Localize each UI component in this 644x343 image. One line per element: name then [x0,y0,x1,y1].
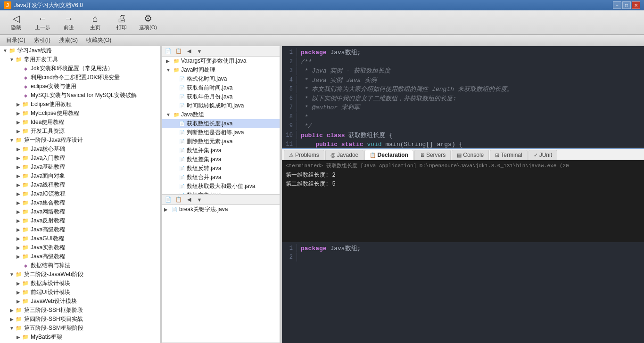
sidebar-item[interactable]: ▶📁Java面向对象 [0,172,160,180]
menu-favorites[interactable]: 收藏夹(O) [82,34,116,46]
maximize-button[interactable]: □ [622,1,631,9]
sidebar-item[interactable]: ▶📁Java高级教程 [0,225,160,234]
sidebar-item[interactable]: ▶📁第三阶段-SSH框架阶段 [0,306,160,315]
middle-file-item[interactable]: 📄获取数组长度.java [162,119,280,128]
sidebar-item[interactable]: ▼📁学习Java线路 [0,46,160,55]
tab-terminal[interactable]: ⊞Terminal [490,150,527,160]
middle-btn-2[interactable]: 📋 [174,48,183,55]
sidebar-item[interactable]: ▶📁第四阶段-SSH项目实战 [0,315,160,324]
sidebar-item[interactable]: ▶📁Eclipse使用教程 [0,100,160,109]
tree-toggle-icon: ▶ [15,227,22,232]
tree-item-label: JavaIO流教程 [31,190,66,198]
tree-item-icon: 📁 [15,307,23,314]
tree-item-icon: 📁 [22,298,29,305]
sidebar-item[interactable]: ▶📁JavaWeb设计模块 [0,297,160,306]
sidebar-item[interactable]: ▶📁Java核心基础 [0,145,160,154]
middle-file-item[interactable]: 📄数组并集.java [162,146,280,155]
options-button[interactable]: ⚙ 选项(O) [136,12,160,33]
home-icon: ⌂ [92,14,98,23]
sidebar-item[interactable]: ▼📁第五阶段-SSM框架阶段 [0,324,160,333]
sidebar-item[interactable]: ◆Jdk安装和环境配置（常见用法） [0,64,160,73]
tab-javadoc[interactable]: @Javadoc [325,150,363,160]
sidebar-item[interactable]: ▶📁JavaIO流教程 [0,189,160,198]
tab-console[interactable]: ▤Console [452,150,489,160]
sidebar-item[interactable]: ◆数据结构与算法 [0,261,160,270]
sidebar-item[interactable]: ▶📁JavaGUI教程 [0,234,160,243]
sidebar-item[interactable]: ▶📁MyBatis框架 [0,333,160,342]
tree-item-icon: 📁 [22,191,29,197]
tree-toggle-icon: ▶ [15,335,22,340]
middle-bottom-file-item[interactable]: ▶📄break关键字法.java [162,205,280,214]
sidebar-item[interactable]: ▶📁Java反射教程 [0,216,160,225]
middle-file-item[interactable]: 📄判断数组是否相等.java [162,128,280,137]
code-bottom-editor: 1package Java数组;2 [282,242,644,343]
hide-button[interactable]: ◁ 隐藏 [4,12,28,33]
line-content: package Java数组; [301,48,644,57]
line-number: 6 [282,94,297,103]
sidebar-item[interactable]: ▶📁MyEclipse使用教程 [0,109,160,118]
sidebar-item[interactable]: ▼📁第一阶段-Java程序设计 [0,136,160,145]
middle-file-list: ▶📁Varargs可变参数使用.java▼📁Java时间处理📄格式化时间.jav… [162,57,280,195]
tree-toggle-icon: ▶ [15,245,22,250]
sidebar-item[interactable]: ▶📁Java集合教程 [0,198,160,207]
sidebar-item[interactable]: ▶📁Java入门教程 [0,154,160,163]
sidebar-item[interactable]: ▼📁第二阶段-JavaWeb阶段 [0,270,160,279]
sidebar-item[interactable]: ▶📁Java线程教程 [0,180,160,189]
home-button[interactable]: ⌂ 主页 [83,12,107,33]
folder-icon: 📁 [173,58,180,65]
print-button[interactable]: 🖨 打印 [109,12,134,33]
menu-toc[interactable]: 目录(C) [2,34,30,46]
forward-button[interactable]: → 前进 [57,12,81,33]
middle-file-item[interactable]: 📄时间戳转换成时间.java [162,101,280,110]
tab-declaration[interactable]: 📋Declaration [364,150,413,160]
middle-file-item[interactable]: 📄格式化时间.java [162,74,280,83]
sidebar-item[interactable]: ▶📁Idea使用教程 [0,118,160,127]
middle-btn-1[interactable]: 📄 [164,48,173,55]
sidebar-item[interactable]: ▶📁前端UI设计模块 [0,288,160,297]
line-content: * 本文我们将为大家介绍如何使用数组的属性 length 来获取数组的长度。 [301,85,644,94]
middle-file-item[interactable]: ▼📁Java时间处理 [162,65,280,74]
minimize-button[interactable]: － [613,1,621,9]
sidebar-item[interactable]: ▶📁Java基础教程 [0,163,160,172]
middle-file-item[interactable]: 📄数组交集.java [162,191,280,195]
middle-file-item[interactable]: 📄数组合并.java [162,173,280,182]
back-button[interactable]: ← 上一步 [30,12,55,33]
tab-servers[interactable]: 🖥Servers [414,150,451,160]
middle-file-item[interactable]: 📄删除数组元素.java [162,137,280,146]
middle-file-item[interactable]: 📄数组获取最大和最小值.java [162,182,280,191]
sidebar-item[interactable]: ▼📁常用开发工具 [0,55,160,64]
middle-file-item[interactable]: ▼📁Java数组 [162,110,280,119]
tab-problems[interactable]: ⚠Problems [284,150,324,160]
middle-file-item[interactable]: 📄数组反转.java [162,164,280,173]
sidebar-item[interactable]: ▶📁开发工具资源 [0,127,160,136]
code-top-content: 1package Java数组;2/**3 * Java 实例 - 获取数组长度… [282,46,644,148]
sidebar-item[interactable]: ▶📁Java实例教程 [0,243,160,252]
middle-btn-dropdown[interactable]: ▼ [195,48,204,55]
middle-btn-3[interactable]: ◀ [185,48,193,55]
mid-bot-btn-2[interactable]: 📋 [174,196,183,204]
tree-item-icon: 📁 [22,227,29,233]
middle-file-item[interactable]: 📄获取当前时间.java [162,83,280,92]
tree-toggle-icon: ▼ [2,48,8,53]
middle-file-item[interactable]: ▶📁Varargs可变参数使用.java [162,57,280,65]
print-icon: 🖨 [117,14,126,23]
middle-file-item[interactable]: 📄数组差集.java [162,155,280,164]
sidebar-item[interactable]: ▶📁数据库设计模块 [0,279,160,288]
middle-file-item[interactable]: 📄获取年份月份.java [162,92,280,101]
sidebar-item[interactable]: ▶📁Java高级教程 [0,252,160,261]
tree-toggle-icon: ▼ [8,57,15,62]
close-button[interactable]: ✕ [632,1,640,9]
bottom-panel: ⚠Problems @Javadoc 📋Declaration 🖥Servers… [282,148,644,242]
menu-index[interactable]: 索引(I) [30,34,55,46]
mid-bot-btn-3[interactable]: ◀ [185,196,193,204]
sidebar-item[interactable]: ◆eclipse安装与使用 [0,82,160,91]
mid-bot-btn-dropdown[interactable]: ▼ [195,196,204,204]
sidebar-item[interactable]: ▶📁Java网络教程 [0,207,160,216]
back-label: 上一步 [35,24,50,31]
sidebar-item[interactable]: ◆MySQL安装与Navicat for MySQL安装破解 [0,91,160,100]
tab-junit[interactable]: ✓JUnit [528,150,557,160]
mid-bot-btn-1[interactable]: 📄 [164,196,173,204]
sidebar-item[interactable]: ◆利用cmd命令三步配置JDK环境变量 [0,73,160,82]
menu-bar: 目录(C) 索引(I) 搜索(S) 收藏夹(O) [0,35,644,46]
menu-search[interactable]: 搜索(S) [55,34,82,46]
